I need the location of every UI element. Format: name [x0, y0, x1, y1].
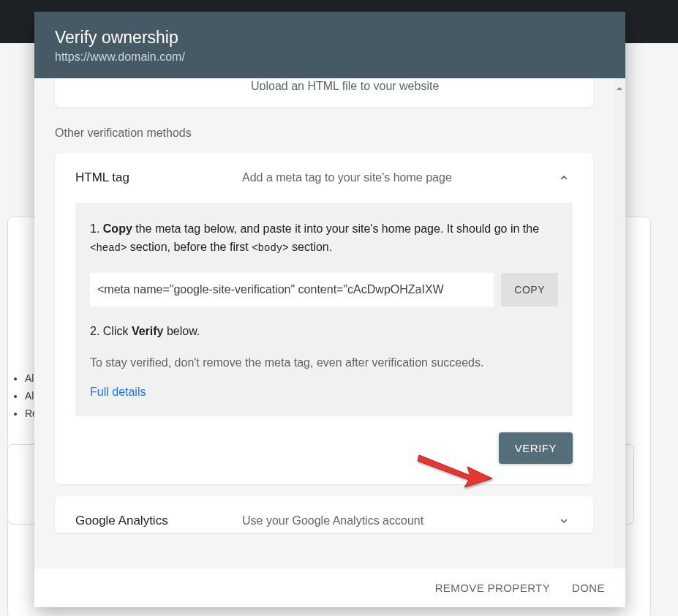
other-methods-label: Other verification methods [55, 127, 593, 140]
chevron-down-icon [555, 512, 573, 530]
modal-body[interactable]: Upload an HTML file to your website Othe… [34, 78, 625, 568]
html-tag-body: 1. Copy the meta tag below, and paste it… [55, 203, 593, 484]
meta-tag-row: COPY [90, 273, 558, 307]
verify-ownership-modal: Verify ownership https://www.domain.com/… [34, 12, 625, 607]
chevron-up-icon [555, 169, 573, 187]
step-2-text: 2. Click Verify below. [90, 323, 558, 341]
google-analytics-method-card[interactable]: Google Analytics Use your Google Analyti… [55, 496, 593, 533]
full-details-link[interactable]: Full details [90, 386, 146, 399]
html-tag-method-card: HTML tag Add a meta tag to your site's h… [55, 153, 593, 484]
modal-header: Verify ownership https://www.domain.com/ [34, 12, 625, 78]
scroll-up-icon[interactable] [615, 84, 624, 93]
method-name: HTML tag [75, 170, 242, 185]
stay-verified-note: To stay verified, don't remove the meta … [90, 356, 558, 369]
meta-tag-input[interactable] [90, 273, 494, 307]
method-name: Google Analytics [75, 514, 242, 528]
scrollbar[interactable] [614, 78, 625, 568]
verify-button[interactable]: VERIFY [499, 432, 573, 464]
modal-footer: REMOVE PROPERTY DONE [34, 568, 625, 607]
remove-property-button[interactable]: REMOVE PROPERTY [435, 582, 550, 594]
html-file-method-card[interactable]: Upload an HTML file to your website [55, 78, 593, 108]
done-button[interactable]: DONE [572, 582, 605, 594]
copy-button[interactable]: COPY [501, 273, 558, 307]
instructions-box: 1. Copy the meta tag below, and paste it… [75, 203, 573, 416]
method-desc: Use your Google Analytics account [242, 514, 555, 527]
step-1-text: 1. Copy the meta tag below, and paste it… [90, 220, 558, 257]
modal-subtitle: https://www.domain.com/ [55, 50, 605, 64]
html-tag-header[interactable]: HTML tag Add a meta tag to your site's h… [55, 153, 593, 203]
method-desc: Upload an HTML file to your website [251, 80, 439, 90]
modal-title: Verify ownership [55, 28, 605, 48]
method-desc: Add a meta tag to your site's home page [242, 171, 555, 184]
